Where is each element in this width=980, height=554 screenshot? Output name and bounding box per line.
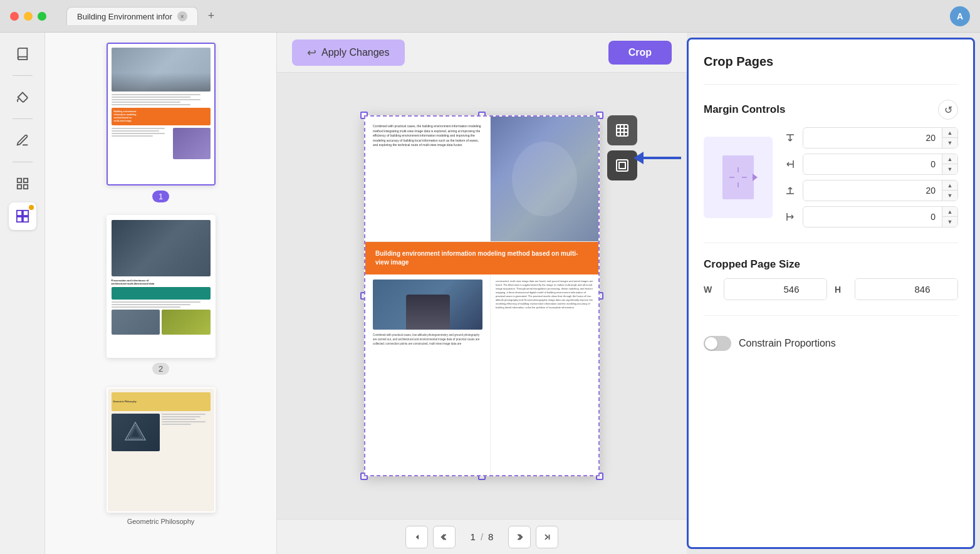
toolbar: ↩ Apply Changes Crop <box>277 33 687 73</box>
maximize-window-button[interactable] <box>38 12 46 21</box>
page-text-left: Combined with practical cases, the build… <box>365 117 491 241</box>
margin-top-steppers[interactable]: ▲ ▼ <box>942 128 957 148</box>
margin-bottom-input-wrap[interactable]: ▲ ▼ <box>803 180 958 201</box>
tab-area: Building Environment infor × + <box>66 7 942 25</box>
page-orange-title: Building environment information modelin… <box>375 249 588 267</box>
sidebar-divider-2 <box>13 118 33 119</box>
close-window-button[interactable] <box>10 12 19 21</box>
margin-right-steppers[interactable]: ▲ ▼ <box>942 154 957 174</box>
minimize-window-button[interactable] <box>24 12 33 21</box>
page-top-row: Combined with practical cases, the build… <box>365 117 598 242</box>
margin-inner-diagram <box>722 155 754 199</box>
margin-left-input-wrap[interactable]: ▲ ▼ <box>803 206 958 227</box>
page-bottom-left: Combined with practical cases, low-altit… <box>365 274 491 475</box>
height-input[interactable] <box>855 279 958 300</box>
margin-inputs: ▲ ▼ <box>783 127 958 227</box>
margin-top-input-wrap[interactable]: ▲ ▼ <box>803 127 958 149</box>
arrow-body <box>644 157 681 159</box>
apply-changes-label: Apply Changes <box>321 47 390 58</box>
width-input-wrap[interactable]: ▲ ▼ <box>724 278 827 300</box>
arrow-indicator <box>633 152 681 164</box>
page-info: 1 / 8 <box>461 531 504 542</box>
reset-margins-button[interactable]: ↺ <box>938 100 958 120</box>
margin-right-up-button[interactable]: ▲ <box>942 154 957 164</box>
constrain-label: Constrain Proportions <box>739 338 836 349</box>
prev-prev-page-button[interactable] <box>433 526 456 548</box>
separator-1 <box>704 84 958 85</box>
margin-left-input[interactable] <box>803 208 942 226</box>
margin-top-icon <box>783 130 798 145</box>
width-input[interactable] <box>724 279 827 300</box>
cropped-size-title: Cropped Page Size <box>704 258 958 271</box>
apply-icon: ↩ <box>307 46 316 60</box>
thumbnail-image-3[interactable]: Geometric Philosophy <box>107 387 216 513</box>
next-next-page-button[interactable] <box>508 526 531 548</box>
tab-close-button[interactable]: × <box>177 11 187 21</box>
thumbnail-image-2[interactable]: Preservation and inheritance ofarchitect… <box>107 215 216 358</box>
size-row: W ▲ ▼ H ▲ ▼ <box>704 278 958 300</box>
current-page: 1 <box>471 531 476 542</box>
thumbnail-panel: Building environmentinformation modeling… <box>45 33 277 554</box>
margin-right-input-wrap[interactable]: ▲ ▼ <box>803 154 958 175</box>
thumbnail-item-2[interactable]: Preservation and inheritance ofarchitect… <box>107 215 216 375</box>
margin-row-top: ▲ ▼ <box>783 127 958 149</box>
thumbnail-image-1[interactable]: Building environmentinformation modeling… <box>107 43 216 186</box>
first-page-button[interactable] <box>405 526 428 548</box>
pages-icon-button[interactable] <box>9 170 36 197</box>
margin-top-input[interactable] <box>803 129 942 147</box>
height-input-wrap[interactable]: ▲ ▼ <box>855 278 958 300</box>
margin-row-right: ▲ ▼ <box>783 154 958 175</box>
svg-rect-13 <box>619 162 625 169</box>
fit-crop-button[interactable] <box>607 115 637 145</box>
margin-controls-section: Margin Controls ↺ <box>704 100 958 227</box>
margin-bottom-down-button[interactable]: ▼ <box>942 191 957 201</box>
separator-2 <box>704 243 958 243</box>
new-tab-button[interactable]: + <box>203 7 220 25</box>
margin-right-down-button[interactable]: ▼ <box>942 164 957 174</box>
margin-left-up-button[interactable]: ▲ <box>942 207 957 217</box>
margin-left-icon <box>783 209 798 224</box>
titlebar: Building Environment infor × + A <box>0 0 980 33</box>
width-label: W <box>704 285 716 295</box>
margin-diagram <box>704 137 773 218</box>
page-bottom-section: Combined with practical cases, low-altit… <box>365 274 598 475</box>
toggle-thumb <box>705 337 717 350</box>
svg-rect-5 <box>23 211 28 216</box>
page-content: Combined with practical cases, the build… <box>365 117 598 475</box>
margin-right-input[interactable] <box>803 155 942 173</box>
active-tab[interactable]: Building Environment infor × <box>66 7 198 25</box>
margin-top-up-button[interactable]: ▲ <box>942 128 957 138</box>
margin-bottom-up-button[interactable]: ▲ <box>942 180 957 191</box>
svg-rect-7 <box>23 217 28 222</box>
constrain-proportions-row: Constrain Proportions <box>704 331 958 351</box>
content-area: ↩ Apply Changes Crop <box>277 33 687 554</box>
panel-title: Crop Pages <box>704 55 958 69</box>
crop-button[interactable]: Crop <box>608 41 672 65</box>
page-canvas: Combined with practical cases, the build… <box>277 73 687 519</box>
paint-icon-button[interactable] <box>9 83 36 111</box>
svg-rect-2 <box>17 185 21 189</box>
margin-controls-title: Margin Controls ↺ <box>704 100 958 120</box>
sidebar-divider-1 <box>13 75 33 76</box>
margin-left-steppers[interactable]: ▲ ▼ <box>942 207 957 227</box>
page-photo-person <box>373 280 482 330</box>
thumbnail-item-3[interactable]: Geometric Philosophy <box>107 387 216 525</box>
sidebar-divider-3 <box>13 162 33 162</box>
margin-top-down-button[interactable]: ▼ <box>942 138 957 148</box>
thumbnail-item-1[interactable]: Building environmentinformation modeling… <box>107 43 216 202</box>
book-icon-button[interactable] <box>9 40 36 68</box>
svg-rect-0 <box>17 179 21 182</box>
margin-left-down-button[interactable]: ▼ <box>942 217 957 227</box>
page-photo-right <box>491 117 598 241</box>
margin-right-icon <box>783 157 798 172</box>
center-crop-button[interactable] <box>607 150 637 180</box>
icon-sidebar <box>0 33 45 554</box>
crop-pages-icon-button[interactable] <box>9 202 36 230</box>
apply-changes-button[interactable]: ↩ Apply Changes <box>292 39 405 66</box>
margin-bottom-steppers[interactable]: ▲ ▼ <box>942 180 957 201</box>
constrain-proportions-toggle[interactable] <box>704 336 731 351</box>
edit-icon-button[interactable] <box>9 127 36 154</box>
page-num-1: 1 <box>152 191 169 202</box>
last-page-button[interactable] <box>536 526 558 548</box>
margin-bottom-input[interactable] <box>803 182 942 199</box>
